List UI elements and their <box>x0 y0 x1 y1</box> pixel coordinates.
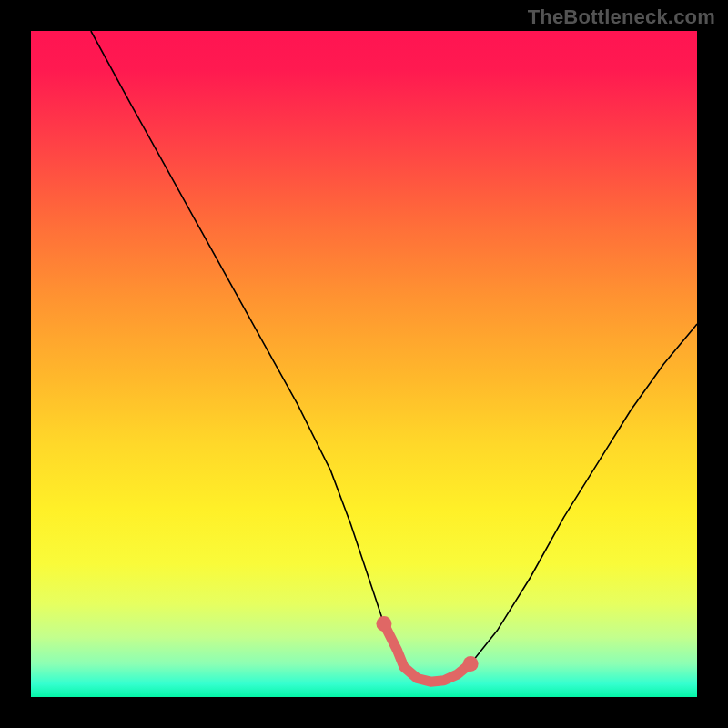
chart-frame: TheBottleneck.com <box>0 0 728 728</box>
svg-point-0 <box>376 616 391 632</box>
watermark-text: TheBottleneck.com <box>528 5 715 29</box>
trough-highlight <box>376 616 478 682</box>
svg-point-1 <box>463 656 479 672</box>
curve-layer <box>31 31 697 697</box>
plot-area <box>31 31 697 697</box>
primary-curve <box>91 31 697 682</box>
